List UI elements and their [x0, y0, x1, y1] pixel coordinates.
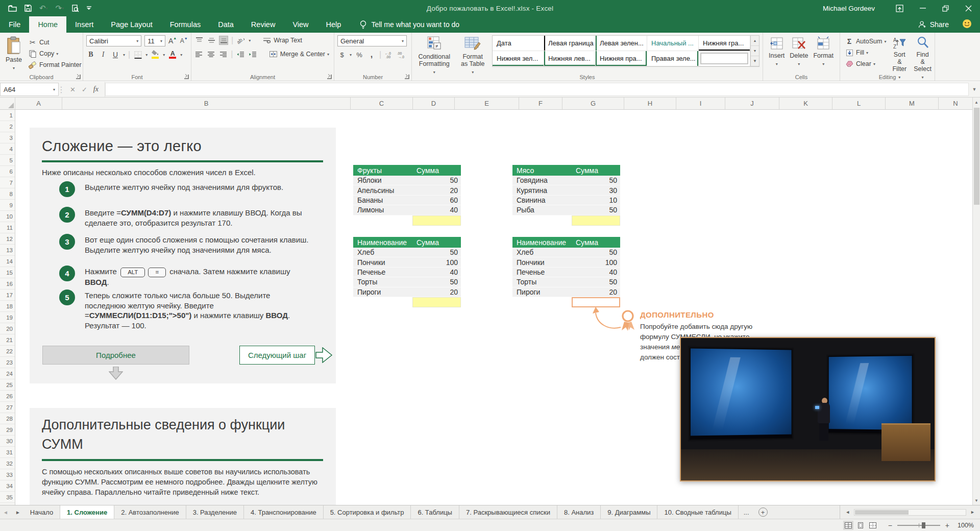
undo-icon[interactable]: ↶▾: [39, 4, 48, 13]
yellow-input-cell[interactable]: [412, 297, 461, 307]
ribbon-tab-formulas[interactable]: Formulas: [161, 16, 209, 33]
cell-style-option[interactable]: Левая граница: [544, 36, 596, 51]
align-right-icon[interactable]: [218, 50, 228, 59]
row-header-32[interactable]: 32: [0, 458, 15, 469]
save-icon[interactable]: [24, 5, 32, 12]
sheet-tab-10-сводные-таблицы[interactable]: 10. Сводные таблицы: [657, 505, 738, 519]
row-header-17[interactable]: 17: [0, 289, 15, 301]
cell-style-option[interactable]: Нижняя лев...: [544, 51, 596, 66]
close-icon[interactable]: [957, 0, 980, 16]
cell-style-option[interactable]: Правая зеле...: [647, 51, 699, 66]
gallery-scrollbar[interactable]: ▲ ▼ ▼: [751, 35, 760, 67]
row-header-34[interactable]: 34: [0, 480, 15, 492]
sheet-tab-начало[interactable]: Начало: [23, 505, 60, 519]
ribbon-tab-review[interactable]: Review: [242, 16, 284, 33]
cell-style-option[interactable]: [699, 51, 750, 66]
ribbon-display-options-icon[interactable]: [888, 0, 911, 16]
merge-center-button[interactable]: Merge & Center▾: [267, 49, 331, 59]
more-details-button[interactable]: Подробнее: [42, 346, 189, 365]
font-dialog-launcher[interactable]: [184, 75, 189, 79]
yellow-input-cell[interactable]: [412, 215, 461, 226]
row-header-31[interactable]: 31: [0, 447, 15, 458]
insert-function-icon[interactable]: fx: [93, 85, 99, 93]
table-row[interactable]: Пироги20: [353, 287, 461, 297]
underline-icon[interactable]: U: [111, 50, 120, 59]
table-row[interactable]: Апельсины20: [353, 185, 461, 195]
column-header-C[interactable]: C: [351, 98, 413, 109]
share-button[interactable]: Share: [918, 20, 949, 29]
row-header-27[interactable]: 27: [0, 402, 15, 413]
format-as-table-button[interactable]: Format as Table▾: [456, 35, 489, 77]
row-header-20[interactable]: 20: [0, 323, 15, 334]
sheet-canvas[interactable]: Сложение — это легко Ниже описаны нескол…: [15, 110, 972, 505]
table-row[interactable]: Печенье40: [512, 268, 620, 277]
zoom-in-icon[interactable]: +: [945, 521, 949, 529]
fill-button[interactable]: Fill▾: [843, 47, 888, 58]
formula-enter-icon[interactable]: ✓: [82, 86, 87, 93]
column-header-I[interactable]: I: [676, 98, 725, 109]
row-header-18[interactable]: 18: [0, 301, 15, 312]
name-box[interactable]: A64▾: [0, 83, 59, 96]
tell-me-box[interactable]: Tell me what you want to do: [360, 16, 459, 33]
print-preview-icon[interactable]: [71, 5, 79, 12]
customize-qat-icon[interactable]: [87, 6, 91, 11]
sheet-nav-left-icon[interactable]: ◄: [3, 510, 8, 515]
ribbon-tab-data[interactable]: Data: [209, 16, 242, 33]
sheet-tab-8-анализ[interactable]: 8. Анализ: [557, 505, 601, 519]
row-header-30[interactable]: 30: [0, 436, 15, 447]
page-layout-view-icon[interactable]: [855, 521, 866, 530]
ribbon-tab-file[interactable]: File: [0, 16, 29, 33]
vertical-scrollbar[interactable]: ▲ ▼: [972, 98, 980, 505]
orientation-icon[interactable]: ab: [236, 36, 246, 45]
font-color-icon[interactable]: A: [168, 50, 177, 59]
format-painter-button[interactable]: Format Painter: [27, 60, 83, 70]
column-header-J[interactable]: J: [725, 98, 779, 109]
column-header-A[interactable]: A: [15, 98, 62, 109]
zoom-slider[interactable]: [897, 525, 940, 526]
yellow-input-cell[interactable]: [572, 215, 620, 226]
minimize-icon[interactable]: [911, 0, 934, 16]
align-bottom-icon[interactable]: [219, 36, 228, 45]
table-row[interactable]: Хлеб50: [512, 248, 620, 257]
cell-style-option[interactable]: Начальный ...: [647, 36, 699, 51]
column-header-H[interactable]: H: [624, 98, 676, 109]
page-break-view-icon[interactable]: [868, 521, 878, 530]
cell-style-option[interactable]: Левая зелен...: [596, 36, 647, 51]
next-step-button[interactable]: Следующий шаг: [239, 346, 315, 365]
row-header-14[interactable]: 14: [0, 256, 15, 267]
table-row[interactable]: Пончики100: [353, 257, 461, 267]
grow-font-icon[interactable]: A▲: [168, 36, 177, 45]
sheet-nav-right-icon[interactable]: ►: [15, 510, 20, 515]
font-name-combo[interactable]: Calibri▾: [86, 35, 141, 46]
ribbon-tab-page-layout[interactable]: Page Layout: [102, 16, 161, 33]
sheet-tab-3-разделение[interactable]: 3. Разделение: [186, 505, 244, 519]
row-header-5[interactable]: 5: [0, 155, 15, 166]
row-header-8[interactable]: 8: [0, 188, 15, 200]
row-header-9[interactable]: 9: [0, 200, 15, 211]
row-header-29[interactable]: 29: [0, 424, 15, 436]
select-all-corner[interactable]: [0, 98, 15, 109]
decrease-indent-icon[interactable]: [236, 50, 245, 59]
sheet-tab-6-таблицы[interactable]: 6. Таблицы: [411, 505, 459, 519]
fill-color-icon[interactable]: [151, 50, 160, 59]
row-header-35[interactable]: 35: [0, 492, 15, 503]
row-header-15[interactable]: 15: [0, 267, 15, 278]
normal-view-icon[interactable]: [843, 521, 853, 530]
row-header-4[interactable]: 4: [0, 143, 15, 155]
number-dialog-launcher[interactable]: [405, 75, 409, 79]
cell-style-option[interactable]: Нижняя гра...: [699, 36, 750, 51]
column-header-K[interactable]: K: [779, 98, 832, 109]
ribbon-tab-insert[interactable]: Insert: [66, 16, 102, 33]
formula-bar-expand-icon[interactable]: ▼: [969, 82, 980, 97]
bold-icon[interactable]: B: [86, 50, 95, 59]
percent-style-icon[interactable]: %: [355, 50, 364, 59]
delete-cells-button[interactable]: Delete▾: [787, 35, 811, 69]
row-header-25[interactable]: 25: [0, 379, 15, 391]
table-row[interactable]: Бананы60: [353, 196, 461, 205]
user-name[interactable]: Michael Gordeev: [823, 5, 875, 12]
column-header-M[interactable]: M: [886, 98, 939, 109]
shrink-font-icon[interactable]: A▼: [180, 36, 188, 45]
align-left-icon[interactable]: [194, 50, 204, 59]
table-row[interactable]: Пироги20: [512, 287, 620, 297]
row-header-6[interactable]: 6: [0, 166, 15, 177]
